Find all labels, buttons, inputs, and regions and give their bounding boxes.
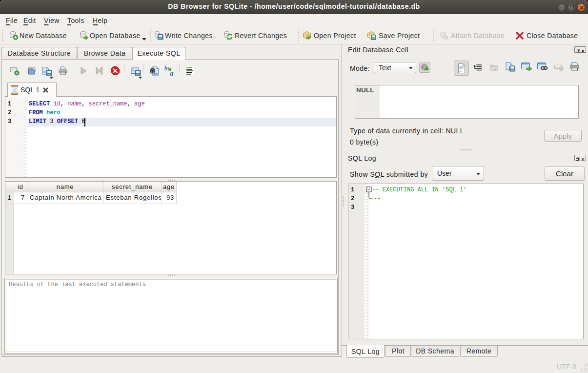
svg-text:b: b [164, 66, 167, 72]
svg-text:a: a [170, 69, 174, 76]
